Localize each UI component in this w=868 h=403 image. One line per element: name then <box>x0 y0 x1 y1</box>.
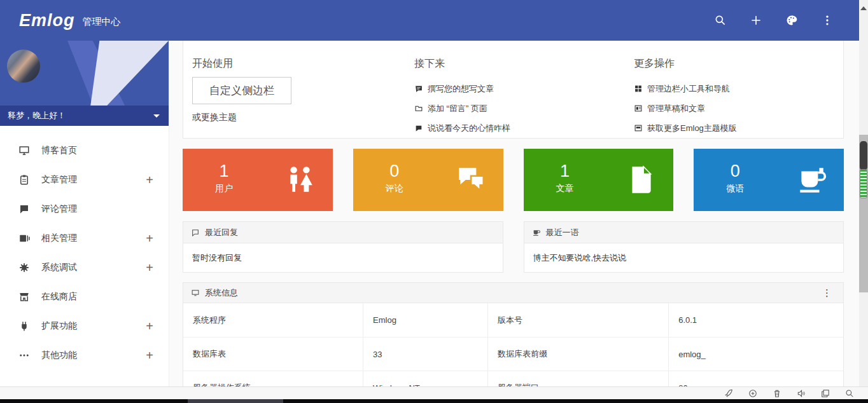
user-greeting: 释梦，晚上好！ <box>8 110 66 121</box>
scrollbar-track[interactable] <box>859 135 868 292</box>
write-icon <box>414 85 423 93</box>
table-row: 服务器操作系统 Windows NT 服务器端口 80 <box>183 371 843 386</box>
sidebar-item-extensions[interactable]: 扩展功能 + <box>0 311 169 341</box>
stat-card-users[interactable]: 1 用户 <box>183 149 333 211</box>
chevron-down-icon <box>153 114 160 118</box>
header-actions <box>714 14 834 27</box>
next-steps-column: 接下来 撰写您的想写文章 添加 “留言” 页面 <box>414 41 624 138</box>
section-title: 更多操作 <box>634 57 844 71</box>
sidebar-item-related[interactable]: 相关管理 + <box>0 224 169 253</box>
table-cell: 80 <box>668 371 843 386</box>
stat-card-articles[interactable]: 1 文章 <box>524 149 674 211</box>
coffee-icon <box>795 163 827 196</box>
sidebar-item-online-store[interactable]: 在线商店 <box>0 282 169 311</box>
top-header: Emlog 管理中心 <box>0 0 860 41</box>
expand-icon[interactable]: + <box>146 173 153 188</box>
widgets-grid-icon <box>634 85 643 93</box>
trash-icon[interactable] <box>773 389 781 398</box>
users-icon <box>284 163 316 196</box>
plugin-icon <box>18 320 31 332</box>
table-cell: Windows NT <box>363 371 487 386</box>
table-cell: 33 <box>363 338 487 371</box>
panel-title: 系统信息 <box>205 287 238 299</box>
windows-icon[interactable] <box>821 389 830 398</box>
recent-panels-row: 最近回复 暂时没有回复 最近一语 博主不知要说啥,快去说说 <box>183 221 844 273</box>
write-article-link[interactable]: 撰写您的想写文章 <box>414 79 624 99</box>
scrollbar-thumb[interactable] <box>860 141 867 170</box>
sidebar-item-label: 相关管理 <box>41 233 77 244</box>
link-label: 管理草稿和文章 <box>647 103 705 114</box>
panel-header: 最近一语 <box>524 221 844 243</box>
refresh-plus-icon[interactable] <box>748 389 757 398</box>
profile-header: 释梦，晚上好！ <box>0 41 169 126</box>
sidebar-item-label: 系统调试 <box>41 262 77 273</box>
main-content: 开始使用 自定义侧边栏 或更换主题 接下来 撰写您的想写文章 <box>169 41 859 386</box>
kebab-menu-icon[interactable]: ⋮ <box>818 287 836 299</box>
stat-cards-row: 1 用户 0 评论 1 文章 <box>183 149 844 211</box>
stat-label: 评论 <box>372 183 417 195</box>
rocket-icon[interactable] <box>724 389 733 398</box>
link-label: 管理边栏小工具和导航 <box>647 83 730 95</box>
add-guestbook-page-link[interactable]: 添加 “留言” 页面 <box>414 99 624 118</box>
system-info-panel: 系统信息 ⋮ 系统程序 Emlog 版本号 6.0.1 数据库表 33 数据库表… <box>183 282 844 386</box>
recent-note-panel: 最近一语 博主不知要说啥,快去说说 <box>524 221 844 273</box>
page-scrollbar <box>859 0 868 386</box>
recent-replies-panel: 最近回复 暂时没有回复 <box>183 221 503 273</box>
add-icon[interactable] <box>750 14 762 27</box>
manage-widgets-link[interactable]: 管理边栏小工具和导航 <box>634 79 844 99</box>
post-mood-link[interactable]: 说说看今天的心情咋样 <box>414 118 624 138</box>
table-cell: 版本号 <box>487 303 668 337</box>
palette-icon[interactable] <box>785 14 798 27</box>
expand-icon[interactable]: + <box>146 261 153 275</box>
customize-sidebar-button[interactable]: 自定义侧边栏 <box>192 77 291 104</box>
coffee-small-icon <box>532 228 541 236</box>
table-cell: 服务器操作系统 <box>183 371 363 386</box>
search-icon[interactable] <box>845 389 854 398</box>
stat-card-notes[interactable]: 0 微语 <box>694 149 844 211</box>
page-folder-icon <box>414 104 423 113</box>
get-themes-link[interactable]: 获取更多Emlog主题模版 <box>634 118 844 138</box>
table-row: 数据库表 33 数据库表前缀 emlog_ <box>183 337 843 371</box>
volume-icon[interactable] <box>797 389 806 398</box>
getting-started-column: 开始使用 自定义侧边栏 或更换主题 <box>192 41 402 138</box>
sidebar-item-label: 在线商店 <box>41 291 77 303</box>
sidebar-menu: 博客首页 文章管理 + 评论管理 <box>0 126 169 370</box>
sidebar-item-articles[interactable]: 文章管理 + <box>0 165 169 195</box>
stat-value: 1 <box>202 161 246 181</box>
sidebar-item-comments[interactable]: 评论管理 <box>0 195 169 224</box>
change-theme-link[interactable]: 或更换主题 <box>192 112 402 123</box>
panel-body: 暂时没有回复 <box>183 243 503 273</box>
kebab-menu-icon[interactable] <box>821 14 834 27</box>
browser-bottom-bar <box>0 386 868 399</box>
scrollbar-thumb-green-striped[interactable] <box>860 169 867 198</box>
table-cell: 数据库表 <box>183 338 363 371</box>
link-label: 添加 “留言” 页面 <box>428 103 487 114</box>
table-cell: emlog_ <box>668 338 843 371</box>
stat-label: 用户 <box>202 183 246 195</box>
expand-icon[interactable]: + <box>146 319 153 334</box>
search-icon[interactable] <box>714 14 727 27</box>
sidebar-item-blog-home[interactable]: 博客首页 <box>0 136 169 165</box>
sidebar: 释梦，晚上好！ 博客首页 文章管理 + <box>0 41 169 386</box>
user-greeting-bar[interactable]: 释梦，晚上好！ <box>0 106 169 126</box>
stat-card-comments[interactable]: 0 评论 <box>353 149 503 211</box>
expand-icon[interactable]: + <box>146 348 153 363</box>
emlog-admin-dashboard: Emlog 管理中心 释梦，晚上 <box>0 0 868 403</box>
drafts-news-icon <box>634 104 643 113</box>
themes-image-icon <box>634 124 643 132</box>
sidebar-item-label: 扩展功能 <box>41 320 77 332</box>
stat-value: 1 <box>543 161 587 181</box>
scroll-up-arrow-icon[interactable] <box>860 6 867 10</box>
manage-drafts-link[interactable]: 管理草稿和文章 <box>634 99 844 118</box>
link-label: 说说看今天的心情咋样 <box>428 123 510 134</box>
sidebar-item-other[interactable]: 其他功能 + <box>0 341 169 370</box>
link-label: 撰写您的想写文章 <box>428 83 494 95</box>
sidebar-item-system-debug[interactable]: 系统调试 + <box>0 253 169 282</box>
panel-body: 博主不知要说啥,快去说说 <box>524 243 844 273</box>
sidebar-item-label: 评论管理 <box>41 203 77 215</box>
expand-icon[interactable]: + <box>146 231 153 246</box>
stat-label: 微语 <box>713 183 757 195</box>
user-avatar[interactable] <box>7 50 40 83</box>
welcome-panel: 开始使用 自定义侧边栏 或更换主题 接下来 撰写您的想写文章 <box>183 41 844 139</box>
table-row: 系统程序 Emlog 版本号 6.0.1 <box>183 303 843 337</box>
